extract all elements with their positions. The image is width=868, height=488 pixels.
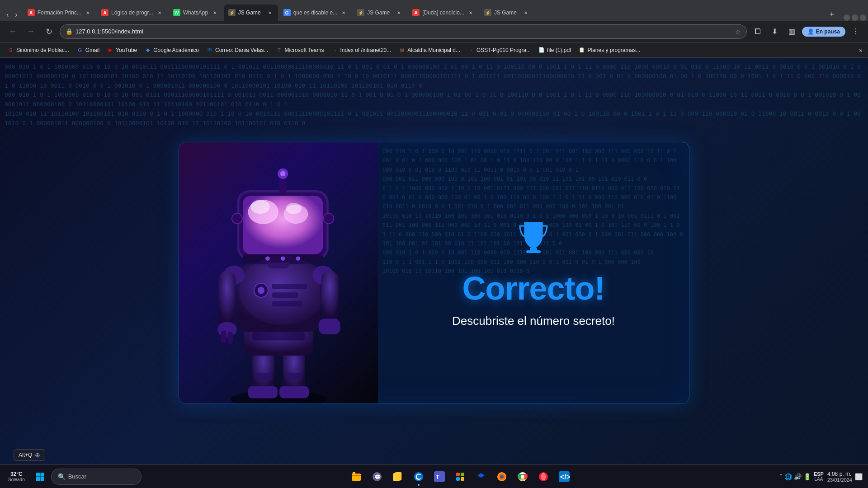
altq-label: Alt+Q — [19, 452, 32, 458]
taskbar-chat[interactable]: 💬 — [367, 467, 387, 487]
search-label: Buscar — [68, 473, 86, 480]
svg-rect-50 — [353, 472, 355, 474]
taskbar-vscode[interactable]: </> — [554, 467, 574, 487]
taskbar-search[interactable]: 🔍 Buscar — [51, 469, 142, 485]
taskbar-files[interactable] — [388, 467, 408, 487]
tab-close-button[interactable]: ✕ — [266, 9, 274, 16]
tab-favicon: A — [101, 9, 108, 16]
profile-button[interactable]: 👤 En pausa — [802, 27, 845, 37]
tray-battery-icon[interactable]: 🔋 — [803, 473, 811, 480]
tab-nav-back[interactable]: ‹ — [4, 9, 11, 21]
extensions-button[interactable]: ⧠ — [750, 24, 765, 39]
taskbar-store[interactable] — [450, 467, 470, 487]
weather-widget: 32°C Soleado — [5, 470, 28, 483]
time-display: 4:08 p. m. — [827, 471, 852, 477]
bookmark-item[interactable]: ✉ Correo: Dania Velas... — [203, 45, 272, 56]
svg-rect-5 — [248, 386, 278, 398]
taskbar-edge[interactable] — [409, 467, 429, 487]
tab-close-button[interactable]: ✕ — [211, 9, 218, 16]
content-side: 000 010 1 0 1 000 0 10 001 110 0000 010 … — [378, 142, 689, 404]
tab-nav: ‹ › — [2, 9, 22, 21]
bookmark-star-icon[interactable]: ☆ — [735, 28, 741, 35]
start-button[interactable] — [31, 468, 49, 486]
taskbar-dropbox[interactable] — [471, 467, 491, 487]
menu-button[interactable]: ⋮ — [848, 24, 863, 39]
tab-close-button[interactable]: ✕ — [467, 9, 474, 16]
taskbar-teams[interactable]: T — [429, 467, 449, 487]
svg-point-33 — [232, 213, 242, 224]
svg-point-0 — [231, 390, 326, 404]
tab-tab8[interactable]: ⚡ JS Game ✕ — [480, 5, 534, 21]
tab-tab4[interactable]: ⚡ JS Game ✕ — [224, 5, 278, 21]
minimize-button[interactable] — [844, 14, 850, 21]
taskbar-firefox[interactable] — [492, 467, 512, 487]
taskbar-opera[interactable] — [533, 467, 553, 487]
taskbar-chrome[interactable] — [513, 467, 533, 487]
tab-tab1[interactable]: A Formación Princ... ✕ — [23, 5, 96, 21]
tab-tab7[interactable]: A [Duda] condicio... ✕ — [408, 5, 479, 21]
svg-rect-18 — [221, 330, 226, 343]
svg-rect-54 — [395, 472, 401, 480]
bookmark-item[interactable]: ~ GSST-Pg010 Progra... — [464, 45, 534, 56]
tray-volume-icon[interactable]: 🔊 — [794, 473, 802, 480]
url-bar[interactable]: 🔒 127.0.0.1:5500/index.html ☆ — [60, 24, 747, 39]
tray-network-icon[interactable]: 🌐 — [784, 473, 792, 480]
tab-close-button[interactable]: ✕ — [84, 9, 91, 16]
tab-tab3[interactable]: W WhatsApp ✕ — [169, 5, 223, 21]
bookmark-item[interactable]: T Microsoft Teams — [272, 45, 327, 56]
bookmark-item[interactable]: 📄 file (1).pdf — [534, 45, 575, 56]
maximize-button[interactable] — [852, 14, 858, 21]
taskbar-explorer[interactable] — [346, 467, 366, 487]
tab-label: JS Game — [238, 9, 264, 16]
bookmark-label: Google Académico — [153, 47, 199, 53]
tab-tab6[interactable]: ⚡ JS Game ✕ — [353, 5, 407, 21]
new-tab-button[interactable]: ＋ — [825, 8, 839, 21]
bookmark-item[interactable]: 📋 Planes y programas... — [575, 45, 644, 56]
reload-button[interactable]: ↻ — [42, 24, 56, 39]
bookmark-item[interactable]: ◆ Google Académico — [141, 45, 203, 56]
forward-button[interactable]: → — [24, 24, 38, 39]
svg-point-68 — [521, 475, 524, 479]
tab-close-button[interactable]: ✕ — [340, 9, 347, 16]
tab-tab5[interactable]: G que es disable e... ✕ — [279, 5, 352, 21]
bookmark-item[interactable]: 🏛 Alcaldía Municipal d... — [395, 45, 464, 56]
sidebar-button[interactable]: ▥ — [785, 24, 799, 39]
svg-rect-35 — [279, 177, 286, 193]
bookmark-item[interactable]: G Gmail — [73, 45, 103, 56]
taskbar-center: 💬 T — [143, 467, 778, 487]
svg-rect-58 — [456, 473, 460, 476]
lock-icon: 🔒 — [66, 28, 73, 35]
tab-nav-forward[interactable]: › — [12, 9, 20, 21]
bookmark-label: GSST-Pg010 Progra... — [476, 47, 531, 53]
correcto-label: Correcto! — [462, 270, 604, 306]
bookmark-label: file (1).pdf — [547, 47, 571, 53]
svg-rect-48 — [40, 477, 44, 481]
svg-point-71 — [541, 473, 546, 480]
tab-tab2[interactable]: A Lógica de progr... ✕ — [97, 5, 168, 21]
tab-close-button[interactable]: ✕ — [156, 9, 163, 16]
svg-point-17 — [217, 322, 236, 338]
bookmark-item[interactable]: ~ Index of /intranet20... — [328, 45, 395, 56]
svg-point-65 — [500, 475, 504, 479]
bookmarks-more-button[interactable]: » — [857, 45, 864, 56]
tab-close-button[interactable]: ✕ — [522, 9, 529, 16]
taskbar-left: 32°C Soleado 🔍 Buscar — [5, 468, 142, 486]
close-button[interactable] — [860, 14, 866, 21]
svg-text:💬: 💬 — [374, 474, 381, 480]
bookmark-item[interactable]: ▶ YouTube — [103, 45, 141, 56]
svg-rect-22 — [319, 319, 340, 334]
notifications-icon[interactable]: ⬜ — [855, 473, 863, 480]
bookmark-item[interactable]: S Sinónimo de Poblac... — [4, 45, 73, 56]
download-button[interactable]: ⬇ — [768, 24, 782, 39]
tray-chevron-icon[interactable]: ˄ — [779, 473, 783, 480]
bookmark-icon: ✉ — [206, 47, 213, 54]
trophy-icon — [515, 218, 552, 261]
tab-close-button[interactable]: ✕ — [395, 9, 402, 16]
bookmark-icon: S — [7, 47, 14, 54]
profile-label: En pausa — [816, 28, 840, 35]
system-tray: ˄ 🌐 🔊 🔋 — [779, 473, 811, 480]
back-button[interactable]: ← — [5, 24, 20, 39]
lang-indicator: ESP LAA — [814, 471, 824, 482]
svg-text:</>: </> — [560, 473, 570, 481]
tab-favicon: A — [28, 9, 35, 16]
